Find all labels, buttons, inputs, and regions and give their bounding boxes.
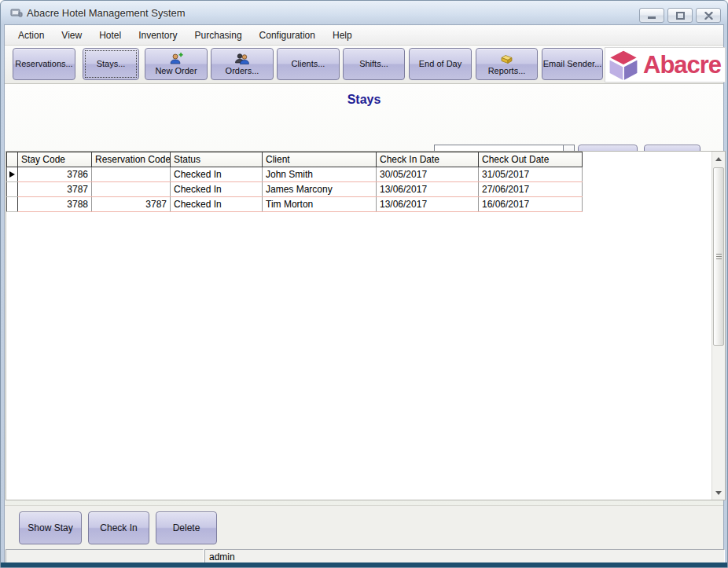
cell-check-out-date[interactable]: 27/06/2017 (479, 182, 583, 197)
scroll-up-icon (715, 157, 722, 161)
title-bar: Abacre Hotel Management System (1, 1, 727, 24)
reservations-button[interactable]: Reservations... (13, 48, 75, 80)
window-title: Abacre Hotel Management System (27, 7, 186, 19)
window-frame-bottom (1, 563, 727, 567)
stays-grid-area: Stay Code Reservation Code Status Client… (6, 151, 726, 500)
shifts-button[interactable]: Shifts... (343, 48, 405, 80)
stays-button-label: Stays... (97, 59, 126, 69)
cell-check-in-date[interactable]: 13/06/2017 (377, 182, 479, 197)
abacre-cube-icon (605, 48, 642, 82)
maximize-button[interactable] (667, 8, 693, 23)
app-icon (10, 7, 23, 18)
vertical-scrollbar[interactable] (711, 152, 725, 500)
stays-table: Stay Code Reservation Code Status Client… (6, 152, 583, 212)
table-row[interactable]: 3787 Checked In James Marcony 13/06/2017… (7, 182, 583, 197)
cell-client[interactable]: Tim Morton (263, 197, 377, 212)
cell-status[interactable]: Checked In (171, 197, 263, 212)
close-icon (704, 12, 713, 20)
person-add-icon (169, 53, 183, 65)
row-selector-cell (7, 167, 18, 182)
scrollbar-thumb[interactable] (713, 167, 724, 346)
cell-client[interactable]: James Marcony (263, 182, 377, 197)
check-in-button[interactable]: Check In (88, 511, 149, 544)
cell-status[interactable]: Checked In (171, 182, 263, 197)
col-stay-code[interactable]: Stay Code (18, 152, 92, 167)
thumb-grip (716, 256, 722, 257)
col-reservation-code[interactable]: Reservation Code (92, 152, 171, 167)
end-of-day-button[interactable]: End of Day (409, 48, 472, 80)
app-window: Abacre Hotel Management System Action Vi… (0, 0, 728, 568)
reports-button-label: Reports... (488, 66, 526, 76)
scroll-down-button[interactable] (712, 486, 725, 500)
thumb-grip (716, 254, 722, 255)
selected-row-arrow-icon (9, 171, 15, 178)
shifts-button-label: Shifts... (359, 59, 388, 69)
show-stay-button[interactable]: Show Stay (19, 511, 82, 544)
clients-button[interactable]: Clients... (277, 48, 340, 80)
delete-button[interactable]: Delete (156, 511, 217, 544)
table-header-row: Stay Code Reservation Code Status Client… (7, 152, 583, 167)
close-button[interactable] (696, 8, 721, 23)
table-row[interactable]: 3786 Checked In John Smith 30/05/2017 31… (7, 167, 583, 182)
cell-stay-code[interactable]: 3786 (18, 167, 92, 182)
col-status[interactable]: Status (171, 152, 263, 167)
cell-check-in-date[interactable]: 13/06/2017 (377, 197, 479, 212)
cell-reservation-code[interactable]: 3787 (92, 197, 171, 212)
people-icon (234, 53, 250, 65)
client-area: Action View Hotel Inventory Purchasing C… (4, 24, 724, 564)
scroll-up-button[interactable] (712, 152, 725, 166)
row-selector-header (7, 152, 18, 167)
cell-check-out-date[interactable]: 16/06/2017 (479, 197, 583, 212)
footer-panel: Show Stay Check In Delete (5, 505, 723, 548)
minimize-button[interactable] (639, 8, 664, 23)
cell-check-out-date[interactable]: 31/05/2017 (479, 167, 583, 182)
cell-reservation-code[interactable] (92, 182, 171, 197)
cell-check-in-date[interactable]: 30/05/2017 (377, 167, 479, 182)
clients-button-label: Clients... (292, 59, 325, 69)
page-title: Stays (5, 93, 723, 107)
cell-stay-code[interactable]: 3788 (18, 197, 92, 212)
cell-client[interactable]: John Smith (263, 167, 377, 182)
maximize-icon (676, 12, 685, 20)
thumb-grip (716, 258, 722, 259)
new-order-button-label: New Order (155, 66, 197, 76)
orders-button[interactable]: Orders... (211, 48, 274, 80)
menu-action[interactable]: Action (9, 27, 53, 44)
abacre-logo: Abacre (605, 47, 726, 82)
toolbar: Reservations... Stays... New Order (5, 46, 723, 84)
abacre-logo-text: Abacre (643, 51, 721, 79)
reports-button[interactable]: Reports... (476, 48, 538, 80)
reservations-button-label: Reservations... (15, 59, 72, 69)
col-check-out-date[interactable]: Check Out Date (479, 152, 583, 167)
minimize-icon (647, 12, 656, 19)
email-sender-button-label: Email Sender... (543, 59, 602, 69)
cell-reservation-code[interactable] (92, 167, 171, 182)
col-check-in-date[interactable]: Check In Date (377, 152, 479, 167)
menu-bar: Action View Hotel Inventory Purchasing C… (5, 25, 723, 46)
report-folder-icon (499, 53, 515, 65)
orders-button-label: Orders... (226, 66, 259, 76)
row-selector-cell (7, 197, 18, 212)
menu-hotel[interactable]: Hotel (90, 27, 130, 44)
email-sender-button[interactable]: Email Sender... (542, 48, 603, 80)
row-selector-cell (7, 182, 18, 197)
col-client[interactable]: Client (263, 152, 377, 167)
scroll-down-icon (715, 491, 722, 495)
table-row[interactable]: 3788 3787 Checked In Tim Morton 13/06/20… (7, 197, 583, 212)
menu-inventory[interactable]: Inventory (130, 27, 186, 44)
stays-button[interactable]: Stays... (83, 48, 139, 80)
menu-configuration[interactable]: Configuration (251, 27, 324, 44)
menu-help[interactable]: Help (324, 27, 361, 44)
end-of-day-button-label: End of Day (419, 59, 461, 69)
cell-stay-code[interactable]: 3787 (18, 182, 92, 197)
cell-status[interactable]: Checked In (171, 167, 263, 182)
menu-purchasing[interactable]: Purchasing (186, 27, 251, 44)
new-order-button[interactable]: New Order (145, 48, 208, 80)
menu-view[interactable]: View (53, 27, 90, 44)
